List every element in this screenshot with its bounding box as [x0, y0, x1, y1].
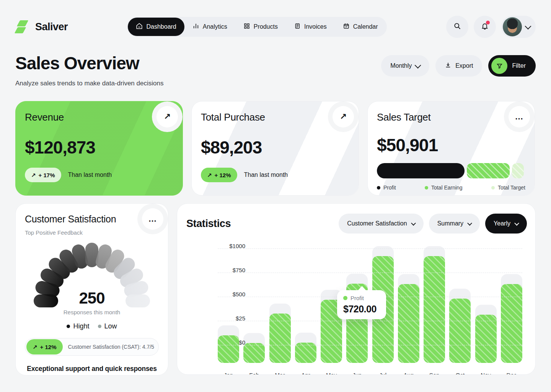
- legend-item-total-target: Total Target: [491, 185, 525, 191]
- statistics-title: Statistics: [186, 218, 231, 230]
- legend-label: Hight: [73, 322, 89, 330]
- legend-label: Total Earning: [431, 185, 463, 191]
- legend-label: Low: [104, 322, 117, 330]
- view-select[interactable]: Summary: [429, 214, 480, 234]
- revenue-title: Revenue: [25, 111, 173, 123]
- purchase-title: Total Purchase: [201, 111, 349, 123]
- csat-delta-badge: ↗ + 12%: [26, 339, 63, 354]
- nav-item-invoices[interactable]: Invoices: [286, 18, 335, 36]
- gridline-750: [218, 273, 522, 273]
- chart-plot-area: Profit $720.00 $0$25$500$750$1000: [218, 243, 522, 363]
- arrow-up-right-icon: ↗: [33, 344, 37, 350]
- gridline-1000: [218, 248, 522, 249]
- chevron-down-icon: [415, 62, 421, 69]
- page-title: Sales Overview: [15, 53, 163, 74]
- purchase-delta-note: Than last month: [244, 172, 288, 178]
- revenue-delta-badge: ↗ + 17%: [25, 168, 61, 182]
- revenue-open-button[interactable]: ↗: [156, 106, 178, 127]
- chart-month-labels: JanFebMarAprMayJunJulAugSepOctNovDec: [218, 372, 522, 375]
- arrow-up-right-icon: ↗: [164, 113, 171, 121]
- csat-subtitle: Top Positive Feedback: [25, 229, 159, 236]
- legend-label: Total Target: [498, 185, 525, 191]
- dashboard-page: Saliver Dashboard Analytics Products Inv…: [0, 0, 551, 392]
- export-label: Export: [455, 62, 473, 69]
- legend-dot: [377, 186, 380, 189]
- legend-dot: [98, 325, 101, 328]
- chevron-down-icon: [467, 220, 472, 225]
- search-icon: [453, 22, 461, 31]
- bar-fill: [501, 284, 522, 363]
- brand[interactable]: Saliver: [15, 19, 68, 34]
- month-label-sep: Sep: [424, 372, 445, 375]
- gridline-0: [218, 345, 522, 345]
- nav-label: Dashboard: [146, 23, 176, 30]
- nav-item-products[interactable]: Products: [235, 18, 286, 36]
- y-tick-750: $750: [222, 267, 245, 273]
- revenue-value: $120,873: [25, 137, 173, 158]
- nav-label: Invoices: [304, 23, 327, 30]
- page-actions: Monthly Export Filter: [381, 55, 536, 77]
- nav-label: Products: [254, 23, 278, 30]
- period-select[interactable]: Monthly: [381, 55, 429, 77]
- month-label-nov: Nov: [475, 372, 497, 375]
- gauge-legend-low: Low: [98, 322, 117, 330]
- legend-dot: [67, 325, 70, 328]
- target-menu-button[interactable]: …: [509, 106, 530, 127]
- statistics-card: Statistics Customer Satisfaction Summary…: [177, 203, 536, 375]
- bar-fill: [475, 315, 497, 363]
- month-label-jan: Jan: [218, 372, 239, 375]
- export-button[interactable]: Export: [435, 55, 482, 77]
- bar-chart-icon: [192, 23, 199, 31]
- legend-item-total-earning: Total Earning: [425, 185, 463, 191]
- purchase-value: $89,203: [201, 137, 349, 158]
- gauge-label: Responses this month: [31, 309, 153, 315]
- gauge-segment-13: [126, 294, 150, 307]
- bar-fill: [295, 343, 316, 363]
- notifications-button[interactable]: [474, 16, 496, 38]
- sales-target-card: Sales Target $50,901 ProfitTotal Earning…: [367, 101, 535, 196]
- filter-button[interactable]: Filter: [488, 55, 536, 77]
- filter-label: Filter: [512, 62, 526, 69]
- month-label-feb: Feb: [243, 372, 265, 375]
- month-label-jul: Jul: [372, 372, 394, 375]
- three-dots-icon: …: [515, 115, 524, 119]
- nav-item-analytics[interactable]: Analytics: [184, 18, 235, 36]
- month-label-dec: Dec: [501, 372, 522, 375]
- month-label-jun: Jun: [346, 372, 368, 375]
- calendar-icon: [343, 23, 350, 31]
- progress-segment-total-earning: [467, 163, 510, 178]
- arrow-up-right-icon: ↗: [207, 172, 212, 178]
- total-purchase-card: Total Purchase $89,203 ↗ + 12% Than last…: [191, 101, 359, 196]
- top-bar: Saliver Dashboard Analytics Products Inv…: [15, 17, 536, 37]
- csat-menu-button[interactable]: …: [142, 208, 163, 230]
- gauge-legend-hight: Hight: [67, 322, 89, 330]
- range-select[interactable]: Yearly: [485, 214, 527, 234]
- y-tick-25: $25: [222, 315, 245, 322]
- profit-bar-chart: Profit $720.00 $0$25$500$750$1000 JanFeb…: [186, 243, 527, 375]
- top-actions: [446, 16, 536, 38]
- chart-tooltip: Profit $720.00: [337, 290, 386, 319]
- purchase-open-button[interactable]: ↗: [333, 106, 354, 127]
- customer-satisfaction-card: Customer Satisfaction Top Positive Feedb…: [15, 203, 168, 376]
- y-tick-500: $500: [222, 291, 245, 297]
- page-header: Sales Overview Analyze sales trends to m…: [15, 53, 536, 87]
- purchase-delta-badge: ↗ + 12%: [201, 168, 237, 182]
- nav-item-calendar[interactable]: Calendar: [335, 18, 386, 36]
- search-button[interactable]: [446, 16, 468, 38]
- csat-footnote: Exceptional support and quick responses: [25, 365, 159, 373]
- chevron-down-icon: [525, 23, 531, 29]
- legend-dot: [425, 186, 428, 189]
- progress-segment-total-target: [512, 163, 524, 178]
- download-icon: [445, 62, 452, 70]
- nav-item-dashboard[interactable]: Dashboard: [128, 18, 184, 36]
- month-label-aug: Aug: [398, 372, 419, 375]
- legend-dot: [491, 186, 495, 189]
- gauge-legend: HightLow: [25, 322, 159, 330]
- metric-select[interactable]: Customer Satisfaction: [339, 214, 424, 234]
- tooltip-value: $720.00: [343, 304, 380, 315]
- saliver-logo-icon: [15, 19, 31, 34]
- range-label: Yearly: [494, 220, 510, 227]
- profile-menu[interactable]: [501, 16, 536, 38]
- arrow-up-right-icon: ↗: [340, 113, 347, 121]
- funnel-icon: [491, 58, 507, 74]
